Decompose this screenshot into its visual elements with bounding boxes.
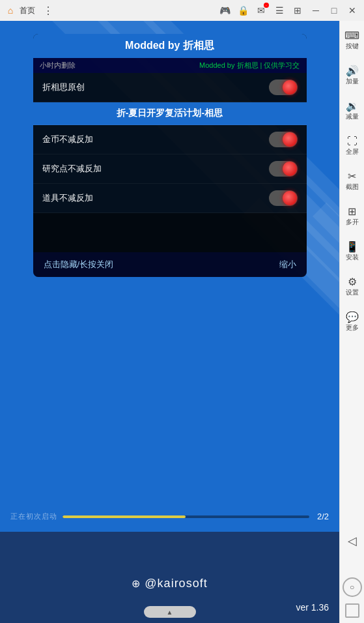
mail-icon[interactable]: ✉· xyxy=(255,4,268,17)
logo-icon: ⊕ xyxy=(132,578,141,589)
progress-count: 2/2 xyxy=(317,512,329,521)
minimize-button[interactable]: 缩小 xyxy=(279,259,296,270)
sidebar-item-multiopen[interactable]: ⊞ 多开 xyxy=(341,199,364,233)
menu-icon[interactable]: ☰ xyxy=(273,4,286,17)
titlebar-right-icons: 🎮 🔒 ✉· ☰ ⊞ ─ □ ✕ xyxy=(218,4,359,17)
toggle-row-original: 折相思原创 xyxy=(33,73,307,102)
sidebar-item-more[interactable]: 💬 更多 xyxy=(341,305,364,339)
loading-text: 正在初次启动 xyxy=(10,512,57,521)
sidebar-label-more: 更多 xyxy=(346,324,359,332)
panel-title: Modded by 折相思 xyxy=(125,40,214,51)
progress-total: 2 xyxy=(324,512,329,521)
titlebar: ⌂ 首页 ⋮ 🎮 🔒 ✉· ☰ ⊞ ─ □ ✕ xyxy=(0,0,364,21)
gamepad-icon[interactable]: 🎮 xyxy=(218,4,231,17)
gear-icon: ⚙ xyxy=(348,277,357,287)
sidebar-label-fullscreen: 全屏 xyxy=(346,148,359,156)
sidebar-item-fullscreen[interactable]: ⛶ 全屏 xyxy=(341,129,364,163)
version-text: ver 1.36 xyxy=(296,602,329,613)
volume-up-icon: 🔊 xyxy=(346,66,359,76)
progress-bar-fill xyxy=(63,515,186,518)
maximize-button[interactable]: □ xyxy=(328,4,341,17)
progress-bar-background xyxy=(63,515,309,518)
toggle-original[interactable] xyxy=(269,80,298,95)
toggle-gold[interactable] xyxy=(269,132,298,147)
multiopen-icon: ⊞ xyxy=(348,207,356,217)
main-area: Modded by 折相思 小时内删除 Modded by 折相思 | 仅供学习… xyxy=(0,21,339,623)
sidebar-item-settings[interactable]: ⚙ 设置 xyxy=(341,270,364,304)
hide-close-button[interactable]: 点击隐藏/长按关闭 xyxy=(44,259,114,270)
toggle-research[interactable] xyxy=(269,161,298,177)
sidebar-square-button[interactable] xyxy=(345,603,359,618)
sidebar-label-volume-up: 加量 xyxy=(346,78,359,85)
circle-icon: ○ xyxy=(350,583,354,592)
subheader-left: 小时内删除 xyxy=(40,61,76,70)
install-icon: 📱 xyxy=(346,242,359,252)
overlay-panel: Modded by 折相思 小时内删除 Modded by 折相思 | 仅供学习… xyxy=(33,34,307,277)
sidebar: ⌨ 按键 🔊 加量 🔉 减量 ⛶ 全屏 ✂ 截图 ⊞ 多开 📱 安装 ⚙ 设置 … xyxy=(339,21,364,623)
toggle-row-gold: 金币不减反加 xyxy=(33,125,307,154)
panel-header: Modded by 折相思 xyxy=(33,34,307,58)
arrow-left-icon: ◁ xyxy=(348,534,357,548)
sidebar-label-keyboard: 按键 xyxy=(346,42,359,50)
scroll-handle[interactable] xyxy=(144,606,196,618)
toggle-item-label: 道具不减反加 xyxy=(42,192,93,204)
sidebar-collapse-button[interactable]: ◁ xyxy=(341,532,364,550)
home-label[interactable]: 首页 xyxy=(20,5,35,16)
panel-footer: 点击隐藏/长按关闭 缩小 xyxy=(33,252,307,277)
toggle-gold-label: 金币不减反加 xyxy=(42,134,93,145)
toggle-row-research: 研究点不减反加 xyxy=(33,154,307,184)
subheader-right: Modded by 折相思 | 仅供学习交 xyxy=(199,61,300,70)
fullscreen-icon: ⛶ xyxy=(347,136,357,147)
sidebar-label-install: 安装 xyxy=(346,254,359,261)
logo-text: @kairosoft xyxy=(145,577,207,590)
toggle-research-label: 研究点不减反加 xyxy=(42,163,102,175)
section1-label: 折相思原创 xyxy=(42,81,85,93)
panel-subheader: 小时内删除 Modded by 折相思 | 仅供学习交 xyxy=(33,58,307,73)
home-icon: ⌂ xyxy=(5,5,16,16)
sidebar-label-multiopen: 多开 xyxy=(346,218,359,226)
minimize-button[interactable]: ─ xyxy=(309,4,322,17)
progress-bar-area: 正在初次启动 2/2 xyxy=(0,506,339,527)
section2-title: 折-夏日开罗复活计划-相思 xyxy=(117,108,223,119)
sidebar-item-keyboard[interactable]: ⌨ 按键 xyxy=(341,23,364,57)
lock-icon[interactable]: 🔒 xyxy=(236,4,249,17)
sidebar-label-settings: 设置 xyxy=(346,289,359,297)
more-icon: 💬 xyxy=(346,312,359,323)
toggle-item[interactable] xyxy=(269,190,298,206)
keyboard-icon: ⌨ xyxy=(344,31,359,41)
panel-spacer xyxy=(33,213,307,252)
sidebar-label-screenshot: 截图 xyxy=(346,183,359,191)
dots-menu[interactable]: ⋮ xyxy=(42,4,55,17)
sidebar-circle-button[interactable]: ○ xyxy=(343,577,362,597)
sidebar-item-install[interactable]: 📱 安装 xyxy=(341,235,364,268)
sidebar-label-volume-down: 减量 xyxy=(346,113,359,121)
close-button[interactable]: ✕ xyxy=(346,4,359,17)
grid-icon[interactable]: ⊞ xyxy=(291,4,304,17)
scissors-icon: ✂ xyxy=(348,171,356,182)
kairosoft-logo: ⊕ @kairosoft xyxy=(0,577,339,590)
progress-current: 2 xyxy=(317,512,322,521)
toggle-row-item: 道具不减反加 xyxy=(33,184,307,213)
sidebar-item-volume-up[interactable]: 🔊 加量 xyxy=(341,59,364,93)
sidebar-item-screenshot[interactable]: ✂ 截图 xyxy=(341,164,364,198)
section2-header: 折-夏日开罗复活计划-相思 xyxy=(33,102,307,125)
sidebar-item-volume-down[interactable]: 🔉 减量 xyxy=(341,94,364,128)
volume-down-icon: 🔉 xyxy=(346,101,359,111)
